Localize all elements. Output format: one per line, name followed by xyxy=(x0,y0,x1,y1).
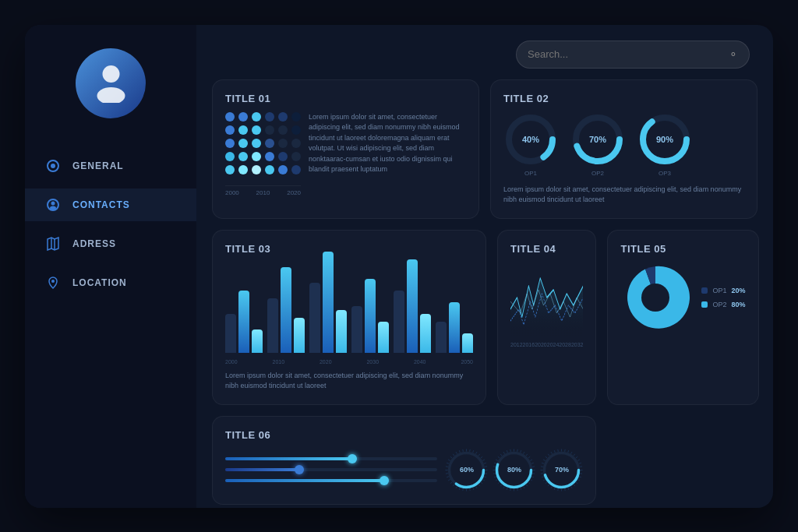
svg-point-3 xyxy=(51,164,55,168)
svg-line-66 xyxy=(521,488,521,490)
card-02: TITLE 02 40% OP1 70% OP2 90% xyxy=(490,79,757,219)
bar-3-1 xyxy=(365,279,376,353)
svg-line-63 xyxy=(528,481,530,483)
pie-chart xyxy=(620,262,690,333)
svg-line-90 xyxy=(526,453,528,455)
gauge-canvas-2: 70% xyxy=(540,449,583,491)
svg-line-61 xyxy=(532,476,535,477)
svg-line-31 xyxy=(463,488,464,491)
slider-2[interactable] xyxy=(225,468,437,471)
svg-line-26 xyxy=(478,484,480,485)
bar-5-0 xyxy=(436,322,447,353)
legend-label-op1: OP1 xyxy=(712,287,726,294)
svg-line-51 xyxy=(476,452,478,454)
donut-row: 40% OP1 70% OP2 90% OP3 xyxy=(503,112,744,177)
bar-4-0 xyxy=(394,291,404,353)
svg-line-118 xyxy=(544,460,546,461)
slider-3[interactable] xyxy=(225,479,437,482)
svg-line-107 xyxy=(558,488,559,491)
sidebar-item-contacts-label: CONTACTS xyxy=(72,199,130,210)
search-bar[interactable]: ⚬ xyxy=(516,41,750,69)
svg-line-56 xyxy=(486,466,488,467)
sidebar-item-address-label: ADRESS xyxy=(72,238,116,249)
svg-line-45 xyxy=(456,452,457,454)
svg-line-128 xyxy=(574,453,575,455)
app-container: GENERAL CONTACTS ADRESS LOCATION xyxy=(25,25,773,508)
svg-line-54 xyxy=(483,460,486,461)
svg-line-27 xyxy=(476,486,478,488)
dot-0 xyxy=(225,112,235,122)
svg-line-22 xyxy=(486,473,488,474)
svg-line-76 xyxy=(493,473,496,474)
search-input[interactable] xyxy=(528,48,721,60)
svg-line-60 xyxy=(533,473,535,474)
svg-line-78 xyxy=(493,466,496,467)
donut-item-2: 90% OP3 xyxy=(637,112,692,177)
bar-group-0 xyxy=(225,291,263,353)
svg-line-41 xyxy=(447,463,450,463)
avatar xyxy=(76,48,146,118)
map-icon xyxy=(44,235,62,252)
main-content: ⚬ TITLE 01 2000 2010 2020 Lorem xyxy=(196,25,773,508)
card-06-title: TITLE 06 xyxy=(225,429,583,441)
dot-26 xyxy=(252,165,261,174)
bar-4-2 xyxy=(420,314,431,353)
sidebar-item-location[interactable]: LOCATION xyxy=(25,266,196,299)
svg-line-40 xyxy=(446,466,448,467)
dot-22 xyxy=(278,152,288,161)
avatar-icon xyxy=(90,60,132,106)
svg-line-64 xyxy=(526,484,528,485)
sidebar-item-address[interactable]: ADRESS xyxy=(25,227,196,260)
svg-line-81 xyxy=(498,456,500,458)
dot-14 xyxy=(252,139,261,148)
svg-line-42 xyxy=(449,460,451,461)
svg-line-71 xyxy=(503,486,505,488)
svg-line-113 xyxy=(542,476,545,477)
svg-line-131 xyxy=(580,463,582,463)
card-02-title: TITLE 02 xyxy=(503,93,744,104)
bar-chart xyxy=(225,262,473,356)
svg-line-23 xyxy=(485,476,487,477)
dot-28 xyxy=(278,165,288,174)
svg-marker-7 xyxy=(48,238,58,250)
gauge-item-0: 60% xyxy=(445,449,488,491)
svg-point-18 xyxy=(641,284,669,312)
sidebar-item-contacts[interactable]: CONTACTS xyxy=(25,188,196,221)
donut-canvas-1: 70% xyxy=(570,112,625,167)
legend-color-op1 xyxy=(701,287,708,294)
donut-canvas-2: 90% xyxy=(637,112,692,167)
legend-color-op2 xyxy=(701,301,708,308)
card-01: TITLE 01 2000 2010 2020 Lorem ipsum dolo… xyxy=(212,79,479,219)
dot-16 xyxy=(278,139,288,148)
sidebar-item-general[interactable]: GENERAL xyxy=(25,150,196,182)
bar-5-1 xyxy=(449,302,460,353)
legend-value-op1: 20% xyxy=(731,287,745,294)
bar-3-2 xyxy=(378,322,389,353)
card-02-text: Lorem ipsum dolor sit amet, consectetuer… xyxy=(503,185,744,206)
legend-item-op1: OP1 20% xyxy=(701,287,745,294)
footer-label-2: 2010 xyxy=(256,189,270,196)
bar-group-4 xyxy=(394,259,431,353)
dot-17 xyxy=(291,139,301,148)
svg-line-32 xyxy=(460,488,461,490)
bar-3-0 xyxy=(351,306,362,353)
svg-line-89 xyxy=(524,452,525,454)
svg-line-74 xyxy=(496,479,499,481)
gauges-section: 60% 80% 70% xyxy=(445,449,583,491)
svg-line-69 xyxy=(510,488,511,491)
footer-label-3: 2020 xyxy=(287,189,301,196)
dot-6 xyxy=(225,125,235,135)
legend-item-op2: OP2 80% xyxy=(701,301,745,308)
bar-group-5 xyxy=(436,302,473,353)
svg-line-43 xyxy=(450,456,452,458)
bar-0-2 xyxy=(252,329,263,353)
svg-line-126 xyxy=(568,450,569,453)
sidebar: GENERAL CONTACTS ADRESS LOCATION xyxy=(25,25,196,508)
svg-line-100 xyxy=(578,479,581,481)
bottom-row-grid: TITLE 03 2000 2010 2020 2030 2040 2050 L… xyxy=(212,230,757,505)
search-icon: ⚬ xyxy=(729,48,738,61)
slider-1[interactable] xyxy=(225,457,437,460)
bar-4-1 xyxy=(407,259,418,353)
donut-sublabel-0: OP1 xyxy=(524,170,537,177)
svg-line-117 xyxy=(542,463,545,463)
